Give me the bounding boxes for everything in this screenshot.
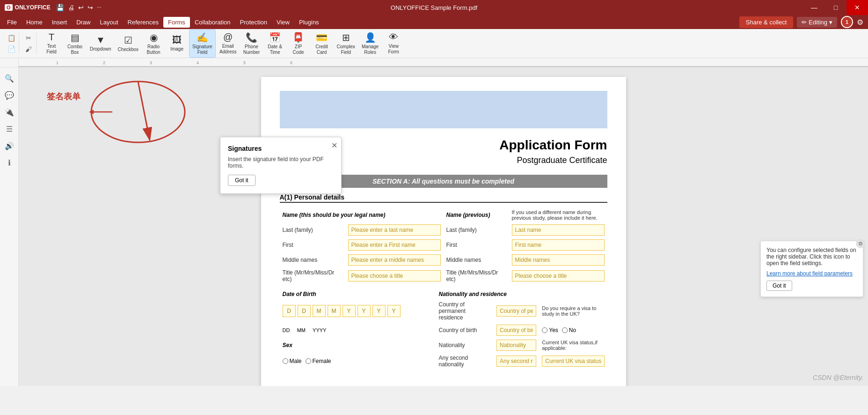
signature-field-button[interactable]: ✍ SignatureField [189, 30, 216, 58]
undo-icon[interactable]: ↩ [78, 4, 84, 11]
dob-m2[interactable]: M [328, 305, 341, 317]
sex-male-radio[interactable] [283, 358, 288, 364]
save-icon[interactable]: 💾 [56, 4, 64, 11]
dob-y2[interactable]: Y [357, 305, 371, 317]
dob-d2[interactable]: D [298, 305, 311, 317]
paste-button[interactable]: 📋 [6, 33, 17, 43]
sidebar-info[interactable]: ℹ [2, 156, 16, 170]
text-field-button[interactable]: T TextField [40, 30, 63, 57]
close-button[interactable]: ✕ [846, 0, 868, 15]
last-name-input[interactable] [348, 224, 441, 236]
sidebar-chat[interactable]: 💬 [2, 88, 16, 102]
menu-file[interactable]: File [2, 17, 22, 28]
menu-protection[interactable]: Protection [235, 17, 272, 28]
credit-card-button[interactable]: 💳 CreditCard [311, 30, 333, 57]
sex-female-label: Female [306, 358, 331, 364]
editing-mode-button[interactable]: ✏ Editing ▾ [797, 17, 837, 28]
maximize-button[interactable]: □ [825, 0, 846, 15]
cut-icon[interactable]: ✂ [23, 33, 34, 43]
menu-layout[interactable]: Layout [95, 17, 123, 28]
redo-icon[interactable]: ↪ [88, 4, 93, 11]
visa-yes-radio[interactable] [542, 327, 547, 333]
visa-no-radio[interactable] [562, 327, 568, 333]
dob-y1[interactable]: Y [343, 305, 356, 317]
right-sidebar-tip: ⚙ You can configure selected fields on t… [760, 241, 863, 297]
middle-names-input[interactable] [348, 254, 441, 266]
sidebar-list[interactable]: ☰ [2, 122, 16, 136]
tip-text: You can configure selected fields on the… [766, 247, 857, 267]
middle-names-label-2: Middle names [444, 252, 509, 267]
title-input[interactable] [348, 270, 441, 282]
country-birth-input[interactable] [496, 325, 536, 336]
manage-roles-button[interactable]: 👤 ManageRoles [359, 30, 381, 57]
phone-number-button[interactable]: 📞 PhoneNumber [241, 30, 263, 57]
middle-names-prev-input[interactable] [512, 254, 605, 266]
first-name-input[interactable] [348, 239, 441, 251]
complex-field-button[interactable]: ⊞ ComplexField [334, 30, 358, 57]
dropdown-icon: ▼ [96, 35, 105, 45]
checkbox-button[interactable]: ☑ Checkbox [115, 32, 141, 55]
title-prev-input[interactable] [512, 270, 605, 282]
country-perm-input[interactable] [496, 305, 536, 317]
sidebar-speaker[interactable]: 🔊 [2, 139, 16, 153]
print-icon[interactable]: 🖨 [68, 4, 74, 11]
dob-y4[interactable]: Y [387, 305, 401, 317]
header-image-placeholder [280, 91, 607, 128]
more-icon[interactable]: ··· [97, 4, 102, 11]
credit-label: CreditCard [315, 44, 328, 55]
share-collect-button[interactable]: Share & collect [739, 16, 793, 28]
tip-got-it-button[interactable]: Got it [766, 281, 792, 291]
menu-references[interactable]: References [123, 17, 163, 28]
last-name-prev-input[interactable] [512, 224, 605, 236]
dropdown-button[interactable]: ▼ Dropdown [87, 32, 114, 55]
email-address-button[interactable]: @ EmailAddress [217, 30, 240, 57]
first-name-prev-input[interactable] [512, 239, 605, 251]
format-painter[interactable]: 🖌 [23, 44, 34, 54]
menu-draw[interactable]: Draw [72, 17, 95, 28]
menu-collaboration[interactable]: Collaboration [190, 17, 235, 28]
menu-view[interactable]: View [272, 17, 294, 28]
menu-home[interactable]: Home [22, 17, 47, 28]
email-label: EmailAddress [219, 44, 237, 55]
radio-icon: ◉ [150, 32, 158, 43]
user-avatar[interactable]: 1 [841, 16, 853, 28]
visa-radio-group: Yes No [542, 327, 604, 333]
last-family-label-1: Last (family) [280, 222, 345, 237]
sex-female-radio[interactable] [306, 358, 311, 364]
menu-plugins[interactable]: Plugins [294, 17, 324, 28]
popup-got-it-button[interactable]: Got it [228, 175, 255, 186]
title-label-1: Title (Mr/Mrs/Miss/Dr etc) [280, 267, 345, 284]
menu-insert[interactable]: Insert [47, 17, 72, 28]
second-nationality-input[interactable] [496, 356, 536, 367]
copy-button[interactable]: 📄 [6, 44, 17, 54]
signature-icon: ✍ [197, 32, 208, 43]
dob-y3[interactable]: Y [372, 305, 386, 317]
menu-forms[interactable]: Forms [163, 17, 190, 28]
format-group: ✂ 🖌 [21, 33, 36, 54]
combo-box-button[interactable]: ▤ ComboBox [64, 30, 86, 57]
dob-d1[interactable]: D [283, 305, 296, 317]
svg-point-7 [91, 82, 185, 142]
first-label-1: First [280, 237, 345, 252]
ruler-svg: 1 2 3 4 5 6 [19, 58, 868, 67]
settings-icon[interactable]: ⚙ [857, 18, 863, 27]
minimize-button[interactable]: — [803, 0, 825, 15]
image-button[interactable]: 🖼 Image [166, 32, 188, 55]
last-family-label-2: Last (family) [444, 222, 509, 237]
nationality-input[interactable] [496, 340, 536, 351]
name-prev-hint: If you used a different name during prev… [509, 208, 607, 222]
svg-text:3: 3 [150, 60, 152, 65]
popup-close-button[interactable]: ✕ [331, 141, 337, 150]
uk-visa-input[interactable] [542, 356, 604, 367]
app-logo: O ONLYOFFICE [5, 4, 51, 11]
radio-button-button[interactable]: ◉ RadioButton [142, 30, 165, 57]
dob-m1[interactable]: M [313, 305, 326, 317]
date-time-button[interactable]: 📅 Date &Time [264, 30, 286, 57]
svg-text:4: 4 [197, 60, 199, 65]
zip-code-button[interactable]: 📮 ZIPCode [287, 30, 310, 57]
tip-learn-more-link[interactable]: Learn more about field parameters [766, 270, 857, 277]
title-label-2: Title (Mr/Mrs/Miss/Dr etc) [444, 267, 509, 284]
view-form-button[interactable]: 👁 ViewForm [382, 30, 405, 57]
sidebar-search[interactable]: 🔍 [2, 71, 16, 85]
sidebar-plugin1[interactable]: 🔌 [2, 105, 16, 119]
